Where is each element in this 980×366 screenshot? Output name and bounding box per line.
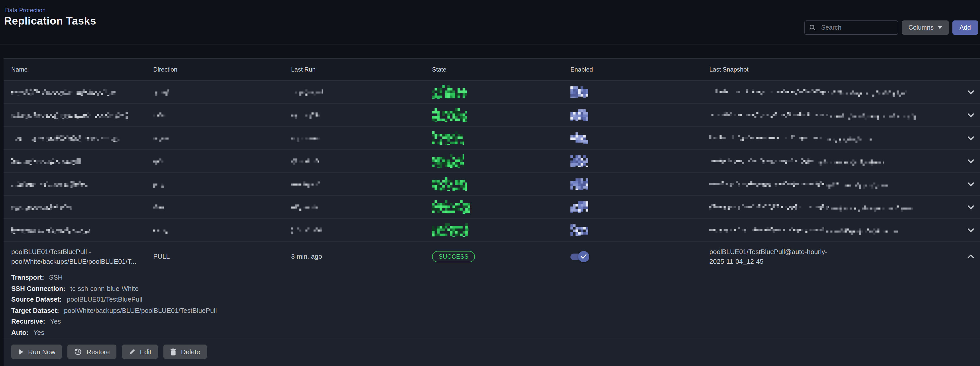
table-row-redacted[interactable] [3, 195, 980, 218]
cell-last-run [291, 203, 432, 211]
cell-name: poolBLUE01/TestBluePull - poolWhite/back… [3, 247, 153, 266]
cell-last-snapshot: poolBLUE01/TestBluePull@auto-hourly- 202… [710, 247, 961, 266]
redacted-enabled-toggle[interactable] [570, 86, 588, 97]
expand-row-button[interactable] [961, 205, 980, 209]
table-row-active[interactable]: poolBLUE01/TestBluePull - poolWhite/back… [3, 241, 980, 271]
detail-label: Source Dataset: [11, 296, 64, 303]
redacted-enabled-toggle[interactable] [570, 224, 588, 236]
breadcrumb[interactable]: Data Protection [5, 7, 46, 13]
redacted-snapshot-line1 [710, 181, 824, 187]
redacted-enabled-toggle[interactable] [570, 133, 588, 144]
table-row-redacted[interactable] [3, 126, 980, 149]
row-details: Transport: SSH SSH Connection: tc-ssh-co… [3, 271, 980, 338]
cell-expander [961, 254, 980, 259]
cell-state [432, 109, 570, 121]
action-button-label: Restore [87, 348, 110, 355]
columns-button-label: Columns [908, 24, 934, 31]
redacted-snapshot-line1 [710, 204, 829, 210]
edit-button[interactable]: Edit [122, 345, 158, 359]
cell-state: SUCCESS [432, 251, 570, 262]
column-header-last-run[interactable]: Last Run [291, 66, 432, 73]
expand-row-button[interactable] [961, 182, 980, 186]
redacted-state-badge[interactable] [432, 224, 469, 237]
last-run-value: 3 min. ago [291, 253, 322, 260]
cell-name [3, 226, 153, 234]
redacted-snapshot-line2 [817, 159, 884, 165]
cell-last-snapshot [710, 203, 961, 211]
redacted-snapshot-line1 [710, 158, 816, 164]
redacted-name-text [11, 135, 119, 142]
expand-row-button[interactable] [961, 228, 980, 232]
redacted-enabled-toggle[interactable] [570, 201, 588, 213]
redacted-direction-text [153, 136, 169, 142]
cell-direction [153, 111, 291, 119]
cell-name [3, 134, 153, 142]
table-body [3, 80, 980, 241]
redacted-snapshot-line2 [826, 182, 887, 189]
cell-enabled [570, 201, 710, 213]
redacted-name-text [11, 158, 81, 165]
cell-enabled [570, 250, 710, 262]
table-row-redacted[interactable] [3, 80, 980, 103]
columns-button[interactable]: Columns [902, 21, 949, 35]
table-row-redacted[interactable] [3, 218, 980, 241]
redacted-snapshot-line2 [826, 228, 897, 234]
cell-name [3, 157, 153, 165]
redacted-state-badge[interactable] [432, 200, 470, 214]
redacted-snapshot-line2 [831, 90, 908, 96]
table-row-redacted[interactable] [3, 172, 980, 195]
redacted-state-badge[interactable] [432, 85, 467, 99]
column-header-enabled[interactable]: Enabled [570, 66, 710, 73]
replication-tasks-table: NameDirectionLast RunStateEnabledLast Sn… [3, 58, 980, 366]
redacted-enabled-toggle[interactable] [570, 155, 588, 167]
column-header-last-snapshot[interactable]: Last Snapshot [710, 66, 961, 73]
cell-direction [153, 226, 291, 234]
state-badge[interactable]: SUCCESS [432, 251, 475, 262]
column-header-direction[interactable]: Direction [153, 66, 291, 73]
chevron-down-icon [967, 159, 974, 163]
expand-row-button[interactable] [961, 136, 980, 140]
cell-last-snapshot [710, 226, 961, 234]
expand-row-button[interactable] [961, 113, 980, 117]
expand-row-button[interactable] [961, 90, 980, 94]
redacted-state-badge[interactable] [432, 154, 464, 168]
page-header: Data Protection Replication Tasks Column… [0, 0, 980, 45]
detail-value: tc-ssh-conn-blue-White [70, 284, 138, 292]
check-icon [581, 254, 587, 259]
detail-line: Recursive: Yes [11, 316, 980, 327]
restore-button[interactable]: Restore [68, 345, 116, 359]
column-header-state[interactable]: State [432, 66, 570, 73]
redacted-snapshot-line1 [710, 135, 823, 141]
expand-row-button[interactable] [961, 159, 980, 163]
redacted-name-text [11, 227, 91, 234]
run-now-button[interactable]: Run Now [11, 345, 62, 359]
column-header-name[interactable]: Name [3, 66, 153, 73]
search-input[interactable] [820, 24, 894, 32]
redacted-snapshot-line1 [710, 112, 828, 118]
detail-label: Auto: [11, 328, 30, 336]
detail-line: Target Dataset: poolWhite/backups/BLUE/p… [11, 305, 980, 316]
collapse-row-button[interactable] [961, 254, 980, 259]
enabled-toggle[interactable] [570, 250, 592, 262]
play-icon [18, 348, 24, 355]
redacted-direction-text [153, 205, 164, 211]
cell-expander [961, 205, 980, 209]
table-row-redacted[interactable] [3, 103, 980, 126]
cell-direction [153, 203, 291, 211]
page-title: Replication Tasks [4, 15, 96, 27]
redacted-state-badge[interactable] [432, 131, 464, 145]
redacted-snapshot-line2 [824, 136, 873, 142]
redacted-enabled-toggle[interactable] [570, 178, 588, 190]
redacted-state-badge[interactable] [432, 177, 467, 191]
detail-value: Yes [33, 328, 44, 336]
row-actions: Run Now Restore Edit Delete [3, 338, 980, 366]
delete-button[interactable]: Delete [164, 345, 207, 359]
redacted-enabled-toggle[interactable] [570, 109, 588, 121]
cell-state [432, 177, 570, 191]
redacted-state-badge[interactable] [432, 109, 467, 121]
add-button[interactable]: Add [953, 21, 978, 35]
redacted-name-text [11, 89, 116, 96]
table-row-redacted[interactable] [3, 149, 980, 172]
redacted-last-run-text [291, 205, 321, 211]
detail-line: Source Dataset: poolBLUE01/TestBluePull [11, 294, 980, 305]
